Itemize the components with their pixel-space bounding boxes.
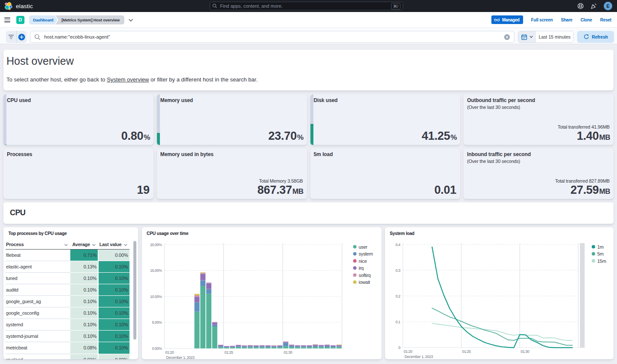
legend-item-irq[interactable]: irq	[358, 265, 364, 271]
column-header-last-value[interactable]: Last value	[98, 240, 129, 250]
bar-segment-irq	[330, 346, 335, 346]
bar-segment-user	[265, 347, 271, 349]
bar-segment-softirq	[253, 345, 259, 346]
metric-panel-inbound-traffic-per-second[interactable]: Inbound traffic per second(Over the last…	[464, 148, 614, 199]
top-processes-panel: Top processes by CPU usage ProcessAverag…	[3, 227, 138, 359]
elastic-brand[interactable]: elastic	[4, 0, 33, 12]
bar-segment-irq	[307, 346, 312, 346]
legend-dot-1m	[592, 245, 595, 249]
help-icon[interactable]	[577, 3, 584, 9]
add-filter-button[interactable]	[17, 31, 27, 43]
bar-segment-system	[336, 346, 341, 347]
average-cell: 0.10%	[70, 296, 98, 307]
table-row[interactable]: systemd0.10%0.10%	[6, 319, 131, 331]
dashboard-app-badge[interactable]: D	[16, 16, 24, 24]
legend-item-5m[interactable]: 5m	[597, 251, 604, 256]
global-search-input[interactable]: Find apps, content, and more. ⌘/	[210, 2, 403, 10]
metric-panel-disk-used[interactable]: Disk used41.25%	[310, 94, 460, 145]
average-cell: 0.10%	[70, 273, 98, 284]
managed-badge[interactable]: Managed	[491, 15, 523, 24]
table-header-row: ProcessAverageLast value	[6, 240, 131, 250]
time-range-value[interactable]: Last 15 minutes	[536, 31, 573, 42]
table-row[interactable]: auditd0.10%0.10%	[6, 284, 131, 296]
bar-segment-system	[253, 346, 259, 347]
bar-segment-softirq	[241, 346, 247, 346]
bar-segment-softirq	[295, 345, 300, 346]
calendar-dropdown-button[interactable]	[518, 31, 536, 42]
bar-segment-irq	[224, 346, 229, 347]
bar-segment-softirq	[289, 345, 294, 345]
metric-progress-fill	[3, 144, 6, 145]
metric-panel-processes[interactable]: Processes19	[3, 148, 153, 199]
bar-segment-irq	[283, 342, 288, 343]
bar-segment-user	[200, 286, 205, 349]
x-axis-label: 01:20	[403, 349, 412, 354]
system-overview-link[interactable]: System overview	[107, 76, 149, 83]
user-avatar[interactable]: E	[604, 2, 612, 10]
cpu-usage-chart-panel: CPU usage over time 0.00%5.00%10.00%15.0…	[142, 227, 382, 359]
legend-dot-softirq	[353, 274, 356, 277]
full-screen-button[interactable]: Full screen	[531, 18, 553, 22]
breadcrumb-dashboard[interactable]: Dashboard	[29, 15, 57, 24]
bar-segment-softirq	[247, 345, 253, 346]
system-load-line-chart: 00.10.20.30.401:20December 1, 202301:250…	[385, 227, 614, 359]
share-button[interactable]: Share	[561, 18, 572, 22]
bar-segment-user	[313, 347, 318, 349]
table-row[interactable]: systemd-journal0.10%0.10%	[6, 331, 131, 342]
news-cheer-icon[interactable]	[590, 3, 597, 9]
kql-query-input[interactable]: host.name:"ecobb-linux-agent"	[30, 31, 515, 43]
host-overview-description: To select another host, either go back t…	[6, 76, 258, 83]
filter-button[interactable]	[6, 31, 16, 43]
table-scrollbar[interactable]	[133, 241, 136, 340]
legend-item-iowait[interactable]: iowait	[358, 280, 370, 285]
column-header-average[interactable]: Average	[70, 240, 98, 250]
last-value-cell: 0.10%	[98, 273, 129, 284]
bar-segment-softirq	[236, 345, 241, 345]
table-row[interactable]: rsyslogd0.01%0.00%	[6, 354, 131, 359]
table-row[interactable]: metricbeat0.08%0.10%	[6, 342, 131, 354]
y-axis-label: 5.00%	[152, 320, 162, 325]
y-axis-label: 15.00%	[150, 268, 162, 273]
glasses-icon	[494, 17, 500, 22]
breadcrumb-current-page[interactable]: [Metrics System] Host overview	[55, 15, 124, 24]
refresh-button[interactable]: Refresh	[577, 31, 614, 43]
table-row[interactable]: filebeat0.71%0.00%	[6, 250, 131, 261]
metric-panel-memory-used-in-bytes[interactable]: Memory used in bytesTotal Memory 3.58GB8…	[157, 148, 307, 199]
table-row[interactable]: google_osconfig0.10%0.10%	[6, 307, 131, 319]
plus-circle-icon	[18, 33, 25, 41]
legend-item-softirq[interactable]: softirq	[358, 273, 370, 278]
clear-query-icon[interactable]	[504, 34, 510, 40]
metric-title: CPU used	[7, 97, 31, 103]
legend-item-nice[interactable]: nice	[358, 259, 367, 264]
legend-item-system[interactable]: system	[358, 251, 373, 256]
table-row[interactable]: elastic-agent0.13%0.10%	[6, 261, 131, 273]
y-axis-label: 0.4	[395, 243, 400, 247]
search-shortcut-hint: ⌘/	[391, 3, 400, 9]
bar-segment-user	[206, 294, 211, 348]
load-line-15m	[432, 323, 572, 340]
legend-item-1m[interactable]: 1m	[597, 244, 604, 250]
panel-scrollbar[interactable]	[580, 243, 584, 348]
clone-button[interactable]: Clone	[581, 18, 592, 22]
bar-segment-irq	[313, 345, 318, 346]
reset-button[interactable]: Reset	[600, 18, 611, 22]
bar-segment-softirq	[301, 345, 306, 346]
x-axis-label: 01:25	[224, 350, 233, 355]
metric-panel-outbound-traffic-per-second[interactable]: Outbound traffic per second(Over the las…	[464, 94, 614, 145]
column-header-process[interactable]: Process	[6, 240, 70, 250]
bar-segment-system	[206, 289, 211, 294]
metric-subtitle: (Over the last 30 seconds)	[467, 159, 520, 164]
metric-panel-5m-load[interactable]: 5m load0.01	[310, 148, 460, 199]
bar-segment-softirq	[194, 295, 199, 297]
x-axis-date-label: December 1, 2023	[404, 355, 433, 359]
table-row[interactable]: google_guest_ag0.10%0.10%	[6, 296, 131, 307]
metric-panel-memory-used[interactable]: Memory used23.70%	[157, 94, 307, 145]
legend-item-15m[interactable]: 15m	[597, 259, 606, 264]
bar-segment-user	[230, 347, 235, 348]
table-row[interactable]: tuned0.10%0.10%	[6, 273, 131, 284]
legend-item-user[interactable]: user	[358, 244, 367, 250]
menu-hamburger-icon[interactable]	[4, 18, 10, 22]
metric-panel-cpu-used[interactable]: CPU used0.80%	[3, 94, 153, 145]
bar-segment-irq	[247, 346, 253, 346]
chevron-down-icon[interactable]	[128, 17, 134, 23]
